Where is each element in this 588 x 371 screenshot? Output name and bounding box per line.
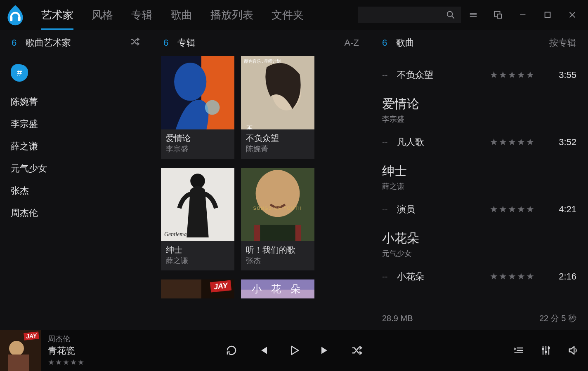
previous-button[interactable] (257, 344, 269, 357)
hamburger-icon (469, 10, 478, 19)
queue-button[interactable] (513, 345, 524, 356)
albums-sort-button[interactable]: A-Z (345, 38, 359, 48)
artist-list: # 陈婉菁 李宗盛 薛之谦 元气少女 张杰 周杰伦 (0, 56, 152, 224)
songs-footer: 28.9 MB 22 分 5 秒 (382, 309, 576, 330)
volume-button[interactable] (567, 345, 579, 356)
song-row[interactable]: -- 小花朵 ★★★★★ 2:16 (382, 265, 576, 288)
menu-button[interactable] (461, 0, 486, 30)
equalizer-button[interactable] (540, 345, 552, 356)
svg-point-39 (542, 348, 544, 350)
artists-count: 6 (12, 38, 17, 48)
album-card[interactable]: JAY (161, 279, 234, 298)
album-card[interactable]: 小 花 朵 (241, 279, 314, 298)
tab-playlists[interactable]: 播放列表 (201, 0, 262, 30)
tab-folders[interactable]: 文件夹 (262, 0, 313, 30)
artist-item[interactable]: 陈婉菁 (11, 91, 141, 113)
song-row[interactable]: -- 演员 ★★★★★ 4:21 (382, 198, 576, 221)
albums-count: 6 (163, 38, 168, 48)
tab-genres[interactable]: 风格 (83, 0, 122, 30)
album-artwork-icon (161, 56, 234, 129)
album-artist: 薛之谦 (166, 256, 229, 265)
song-row[interactable]: -- 不负众望 ★★★★★ 3:55 (382, 63, 576, 87)
album-art-overlay-bottom: 不负众望 (245, 120, 254, 125)
song-album-heading[interactable]: 小花朵 元气少女 (382, 221, 576, 265)
albums-grid: 爱情论 李宗盛 酷狗音乐 . 星曜计划 不负众望 不负众望 陈 (152, 56, 371, 298)
miniplayer-icon (494, 10, 503, 19)
heading-artist: 李宗盛 (382, 114, 576, 124)
album-meta: 绅士 薛之谦 (161, 241, 234, 270)
minimize-button[interactable] (510, 0, 535, 30)
song-rating[interactable]: ★★★★★ (490, 70, 548, 80)
albums-header: 6 专辑 A-Z (152, 30, 371, 56)
play-button[interactable] (288, 344, 300, 357)
album-title: 不负众望 (246, 133, 309, 144)
miniplayer-button[interactable] (486, 0, 510, 30)
search-icon (446, 10, 455, 19)
song-title: 凡人歌 (397, 136, 490, 148)
shuffle-icon (130, 36, 140, 47)
tab-albums[interactable]: 专辑 (122, 0, 162, 30)
playbar-right-controls (513, 345, 579, 356)
album-artist: 李宗盛 (166, 144, 229, 154)
artist-item[interactable]: 周杰伦 (11, 202, 141, 224)
songs-header: 6 歌曲 按专辑 (371, 30, 588, 56)
equalizer-icon (540, 345, 552, 356)
album-art-overlay-text: 小 花 朵 (241, 279, 314, 298)
heading-artist: 元气少女 (382, 249, 576, 258)
album-title: 听！我们的歌 (246, 244, 309, 256)
song-album-heading[interactable]: 爱情论 李宗盛 (382, 87, 576, 131)
album-art: SONGS OF YOUTH (241, 168, 314, 241)
artist-item[interactable]: 元气少女 (11, 157, 141, 180)
song-duration: 3:55 (548, 70, 576, 80)
now-playing-title: 青花瓷 (48, 345, 85, 357)
now-playing-rating[interactable]: ★★★★★ (48, 358, 85, 367)
album-artwork-icon (241, 56, 314, 129)
repeat-button[interactable] (225, 344, 238, 357)
now-playing-art[interactable]: JAY (0, 330, 41, 371)
track-number: -- (382, 205, 397, 214)
album-artwork-icon (161, 168, 234, 241)
artist-item[interactable]: 薛之谦 (11, 135, 141, 157)
alpha-filter-hash[interactable]: # (11, 64, 28, 82)
album-art (161, 56, 234, 129)
svg-rect-10 (545, 12, 550, 18)
album-card[interactable]: 酷狗音乐 . 星曜计划 不负众望 不负众望 陈婉菁 (241, 56, 314, 159)
shuffle-artists-button[interactable] (130, 36, 140, 49)
song-album-heading[interactable]: 绅士 薛之谦 (382, 154, 576, 198)
songs-body: -- 不负众望 ★★★★★ 3:55 爱情论 李宗盛 -- 凡人歌 ★★★★★ … (371, 56, 588, 330)
songs-column: 6 歌曲 按专辑 -- 不负众望 ★★★★★ 3:55 爱情论 李宗盛 -- 凡… (371, 30, 588, 330)
app-logo[interactable] (2, 4, 32, 26)
song-rating[interactable]: ★★★★★ (490, 271, 548, 282)
song-rating[interactable]: ★★★★★ (490, 204, 548, 215)
tab-artists[interactable]: 艺术家 (32, 0, 83, 30)
now-playing-bar: JAY 周杰伦 青花瓷 ★★★★★ (0, 330, 588, 371)
tab-songs[interactable]: 歌曲 (162, 0, 201, 30)
top-bar: 艺术家 风格 专辑 歌曲 播放列表 文件夹 (0, 0, 588, 30)
album-card[interactable]: 爱情论 李宗盛 (161, 56, 234, 159)
artists-title: 歌曲艺术家 (26, 37, 71, 49)
album-card[interactable]: Gentleman 绅士 薛之谦 (161, 168, 234, 270)
albums-column: 6 专辑 A-Z 爱情论 李宗盛 (152, 30, 371, 330)
artist-item[interactable]: 张杰 (11, 180, 141, 202)
heading-title: 爱情论 (382, 96, 576, 113)
svg-rect-8 (497, 14, 501, 18)
close-button[interactable] (560, 0, 585, 30)
song-row[interactable]: -- 凡人歌 ★★★★★ 3:52 (382, 131, 576, 154)
artist-item[interactable]: 李宗盛 (11, 113, 141, 135)
now-playing-info[interactable]: 周杰伦 青花瓷 ★★★★★ (41, 334, 85, 367)
now-playing-artist: 周杰伦 (48, 334, 85, 344)
song-rating[interactable]: ★★★★★ (490, 137, 548, 148)
next-button[interactable] (319, 344, 332, 357)
search-input[interactable] (358, 7, 461, 23)
album-art-overlay-bottom: Gentleman (164, 231, 189, 238)
album-art: Gentleman (161, 168, 234, 241)
previous-icon (257, 344, 269, 357)
shuffle-button[interactable] (351, 344, 363, 357)
queue-icon (513, 345, 524, 356)
songs-count: 6 (382, 38, 387, 48)
song-title: 小花朵 (397, 270, 490, 283)
songs-sort-button[interactable]: 按专辑 (549, 37, 576, 49)
album-card[interactable]: SONGS OF YOUTH 听！我们的歌 张杰 (241, 168, 314, 270)
maximize-button[interactable] (535, 0, 560, 30)
album-title: 绅士 (166, 244, 229, 256)
